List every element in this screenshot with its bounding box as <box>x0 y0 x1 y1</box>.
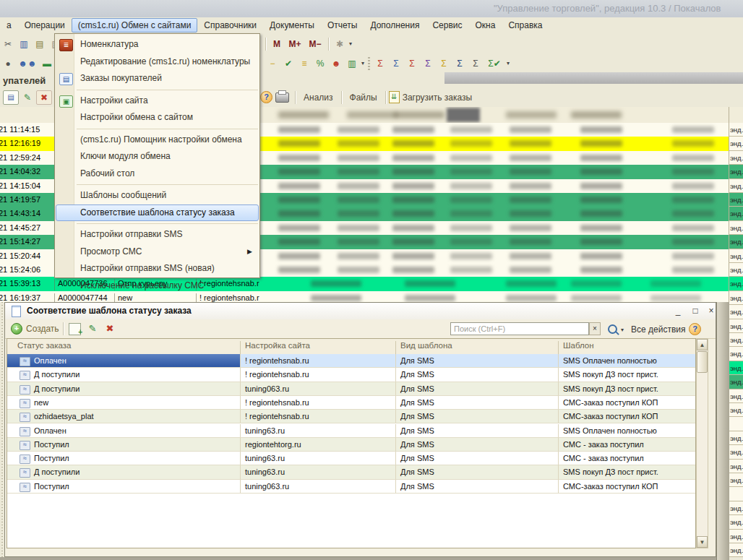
edit-icon[interactable]: ✎ <box>86 323 99 334</box>
column-header-kind[interactable]: Вид шаблона <box>395 341 558 354</box>
memory-plus-button[interactable]: M+ <box>285 38 304 51</box>
doc-user-icon[interactable]: ☻ <box>329 57 343 70</box>
cut-icon[interactable]: ✂ <box>1 38 15 51</box>
menu-item-edit-nomenclature[interactable]: Редактирование (cms1c.ru) номенклатуры <box>56 53 259 71</box>
doc-coins-icon[interactable]: ≡ <box>297 57 312 70</box>
menu-item-nomenclature[interactable]: ≣ Номенклатура <box>56 36 259 53</box>
menu-item-module-keys[interactable]: Ключи модуля обмена <box>56 148 259 165</box>
sum-doc-icon[interactable]: Σ <box>452 57 467 70</box>
document-icon <box>12 306 21 317</box>
scrollbar-thumb[interactable] <box>697 351 708 373</box>
money-icon[interactable]: ▬ <box>40 57 54 70</box>
memory-button[interactable]: M <box>270 38 284 51</box>
coins-minus-icon[interactable]: − <box>265 57 280 70</box>
menubar-item-documents[interactable]: Документы <box>263 18 321 33</box>
files-button[interactable]: Файлы <box>345 90 382 105</box>
sliver-cell <box>729 417 743 431</box>
sum-doc-icon[interactable]: Σ <box>421 57 435 70</box>
analysis-button[interactable]: Анализ <box>299 90 338 105</box>
clear-search-button[interactable]: × <box>589 322 601 335</box>
sliver-cell: энд... <box>729 361 743 375</box>
table-row[interactable]: ≈Оплачен ! regiontehsnab.ru Для SMS SMS … <box>7 354 695 368</box>
green-card-icon[interactable]: ▥ <box>345 57 359 70</box>
dialog-title-bar[interactable]: Соответствие шаблона статусу заказа _ □ … <box>5 303 716 320</box>
menubar-item-operations[interactable]: Операции <box>18 18 72 33</box>
table-row[interactable]: ≈ozhidaetsya_plat ! regiontehsnab.ru Для… <box>7 410 695 423</box>
minimize-button[interactable]: _ <box>671 305 684 316</box>
nomenclature-icon: ≣ <box>59 39 73 51</box>
doc-percent-icon[interactable]: % <box>313 57 327 70</box>
counterparties-icon[interactable]: ☻☻ <box>17 57 38 70</box>
table-row[interactable]: ≈Поступил regiontehtorg.ru Для SMS СМС -… <box>7 438 695 452</box>
chevron-down-icon[interactable]: ▾ <box>349 40 352 47</box>
separator <box>63 322 64 335</box>
menu-item-template-status-mapping[interactable]: Соответствие шаблона статусу заказа <box>56 204 259 222</box>
menubar-item-site-exchange[interactable]: (cms1c.ru) Обмен с сайтами <box>72 18 198 33</box>
sum-user-icon[interactable]: Σ <box>389 57 403 70</box>
copy-icon[interactable]: ▥ <box>17 38 31 51</box>
scroll-down-button[interactable]: ▼ <box>697 536 708 548</box>
search-input[interactable] <box>450 322 589 335</box>
menu-item-sms-settings-new[interactable]: Настройки отправки SMS (новая) <box>56 260 259 277</box>
memory-minus-button[interactable]: M− <box>306 38 325 51</box>
record-icon: ≈ <box>20 413 30 422</box>
menu-item-exchange-settings[interactable]: Настройки обмена с сайтом <box>56 109 259 126</box>
menu-item-message-templates[interactable]: Шаблоны сообщений <box>56 187 259 204</box>
menu-item-exchange-wizard[interactable]: (cms1c.ru) Помощник настройки обмена <box>56 132 259 149</box>
table-row[interactable]: ≈Д поступили tuning063.ru Для SMS SMS по… <box>7 382 695 396</box>
print-icon[interactable] <box>275 92 289 103</box>
doc-check-icon[interactable]: ✔ <box>281 57 296 70</box>
plus-icon: + <box>11 323 22 335</box>
sphere-icon[interactable]: ● <box>1 57 15 70</box>
all-actions-button[interactable]: Все действия ▾ <box>631 324 694 335</box>
chevron-down-icon[interactable]: ▾ <box>507 60 510 66</box>
menu-item-view-sms[interactable]: Просмотр СМС ▶ <box>56 244 259 261</box>
column-header-site[interactable]: Настройка сайта <box>240 341 395 354</box>
sliver-cell: энд... <box>729 319 743 333</box>
menubar-item-additions[interactable]: Дополнения <box>364 18 426 33</box>
menu-item-site-settings[interactable]: ▣ Настройки сайта <box>56 92 259 110</box>
table-row[interactable]: ≈Д поступили tuning63.ru Для SMS SMS пок… <box>7 465 695 479</box>
table-row[interactable]: ≈new ! regiontehsnab.ru Для SMS СМС-зака… <box>7 396 695 410</box>
delete-icon[interactable]: ✖ <box>36 90 52 105</box>
sum-user-icon[interactable]: Σ <box>405 57 419 70</box>
menubar-item-service[interactable]: Сервис <box>426 18 468 33</box>
menu-item-sms-exclusion[interactable]: Исключение на рассылку СМС <box>56 277 259 295</box>
copy-item-icon[interactable] <box>69 323 81 335</box>
menubar-item-reports[interactable]: Отчеты <box>321 18 364 33</box>
paste-icon[interactable]: ▤ <box>33 38 47 51</box>
create-button[interactable]: + Создать <box>11 322 59 335</box>
chevron-down-icon[interactable]: ▾ <box>621 327 624 333</box>
help-icon[interactable]: ? <box>260 91 272 103</box>
menu-bar: а Операции (cms1c.ru) Обмен с сайтами Сп… <box>0 17 743 33</box>
service-wrench-icon[interactable]: ✱ <box>332 38 347 51</box>
menubar-item-help[interactable]: Справка <box>502 18 549 33</box>
menu-item-customer-orders[interactable]: ▤ Заказы покупателей <box>56 70 259 87</box>
delete-icon[interactable]: ✖ <box>103 323 116 334</box>
close-button[interactable]: × <box>705 305 718 316</box>
vertical-scrollbar[interactable]: ▲ ▼ <box>696 338 708 548</box>
menu-item-sms-settings[interactable]: Настройки отправки SMS <box>56 226 259 244</box>
menubar-item-cut[interactable]: а <box>0 18 18 33</box>
add-document-icon[interactable]: ▤ <box>3 90 19 105</box>
sum-check-icon[interactable]: Σ✔ <box>484 57 504 70</box>
help-icon[interactable]: ? <box>689 323 701 335</box>
sum-pages-icon[interactable]: Σ <box>468 57 483 70</box>
table-row[interactable]: ≈Поступил tuning063.ru Для SMS СМС-заказ… <box>7 480 695 494</box>
load-orders-button[interactable]: Загрузить заказы <box>403 90 477 105</box>
column-header-template[interactable]: Шаблон <box>558 341 695 354</box>
sum-doc-icon[interactable]: Σ <box>437 57 451 70</box>
chevron-down-icon[interactable]: ▾ <box>361 60 364 66</box>
search-icon[interactable] <box>608 324 617 334</box>
column-header-status[interactable]: Статус заказа <box>7 341 240 354</box>
maximize-button[interactable]: □ <box>689 305 702 316</box>
table-row[interactable]: ≈Оплачен tuning63.ru Для SMS SMS Оплачен… <box>7 424 695 438</box>
menubar-item-windows[interactable]: Окна <box>468 18 502 33</box>
scroll-up-button[interactable]: ▲ <box>697 339 708 350</box>
edit-icon[interactable]: ✎ <box>20 91 35 104</box>
sum-user-icon[interactable]: Σ <box>373 57 387 70</box>
table-row[interactable]: ≈Поступил tuning63.ru Для SMS СМС - зака… <box>7 452 695 465</box>
table-row[interactable]: ≈Д поступили ! regiontehsnab.ru Для SMS … <box>7 368 695 382</box>
menubar-item-catalogs[interactable]: Справочники <box>197 18 263 33</box>
menu-item-desktop[interactable]: Рабочий стол <box>56 165 259 183</box>
